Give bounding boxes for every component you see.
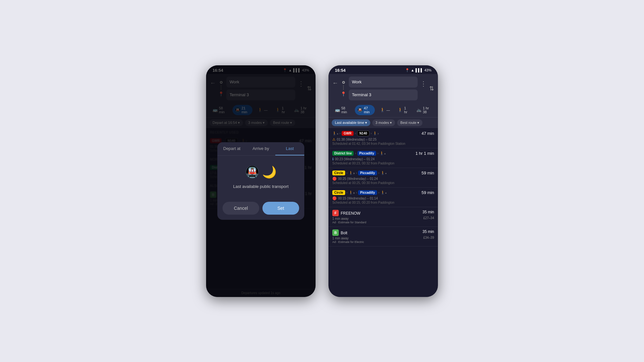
phone-2: 16:54 📍 ▲ ▌▌▌ 43% ← 📍 Work Terminal 3 <box>328 65 438 297</box>
walk-start-1: 🚶₄ <box>332 131 338 135</box>
bolt-ad[interactable]: B Bolt 35 min 1 min away £34–39 Ad · Est… <box>328 227 438 246</box>
freenow-ad[interactable]: F FREENOW 35 min 1 min away £27–34 Ad · … <box>328 207 438 227</box>
time-picker-modal: Depart at Arrive by Last 🚇 🌙 Last availa… <box>217 142 304 220</box>
circle-badge-2: Circle <box>332 190 345 195</box>
moon-icon: 🌙 <box>262 165 277 179</box>
route-duration-3: 59 min <box>421 171 434 175</box>
piccadilly-badge-2: Piccadilly <box>358 171 377 175</box>
bolt-name: Bolt <box>341 231 347 235</box>
status-icons-2: 📍 ▲ ▌▌▌ 43% <box>405 68 431 72</box>
route-scheduled-4: Scheduled at 00:15, 00:20 from Paddingto… <box>332 201 434 204</box>
modal-buttons: Cancel Set <box>217 199 304 220</box>
last-tab[interactable]: Last <box>275 142 304 155</box>
route-item-1[interactable]: 🚶₄ › GWR › N140 › 🚶₇ 47 min ⚠ 01:38 (Wed… <box>328 128 438 148</box>
phone-1: 16:54 📍 ▲ ▌▌▌ 43% ← 📍 Work Terminal 3 <box>206 65 316 297</box>
location-icon-2: 📍 <box>405 68 410 72</box>
alert-icon-3: 🔴 <box>332 177 337 181</box>
origin-input-2[interactable]: Work <box>349 77 418 88</box>
freenow-ad-label: Ad · Estimate for Standard <box>332 221 434 224</box>
walk-end-2: 🚶₄ <box>380 151 385 155</box>
modes-filter-2[interactable]: 3 modes ▾ <box>372 119 395 126</box>
route-line-2 <box>343 85 344 90</box>
transit-icon-2: 🚇 <box>357 107 363 112</box>
arrive-by-tab[interactable]: Arrive by <box>246 142 275 155</box>
bus-icon-2: 🚌 <box>335 107 340 112</box>
circle-badge-1: Circle <box>332 171 345 175</box>
route-indicator-2: 📍 <box>341 77 346 97</box>
route-duration-1: 47 min <box>421 131 434 136</box>
route-item-3[interactable]: Circle › 🚶₃ › Piccadilly › 🚶₄ 59 min 🔴 0… <box>328 168 438 188</box>
mode-bike-2[interactable]: 🚲 1 hr 38 <box>414 105 434 115</box>
dest-pin-2: 📍 <box>341 91 346 97</box>
routes-list-2: 🚶₄ › GWR › N140 › 🚶₇ 47 min ⚠ 01:38 (Wed… <box>328 128 438 297</box>
walk2-icon-2: 🚶 <box>398 107 403 112</box>
more-options-2[interactable]: ⋮ <box>420 77 427 88</box>
swap-button-2[interactable]: ⇅ <box>429 77 434 92</box>
back-button-2[interactable]: ← <box>332 77 338 87</box>
modal-overlay-1: Depart at Arrive by Last 🚇 🌙 Last availa… <box>206 65 316 297</box>
route-scheduled-2: Scheduled at 00:23, 00:32 from Paddingto… <box>332 162 434 165</box>
walk-end-3: 🚶₄ <box>381 171 386 175</box>
modal-content: 🚇 🌙 Last available public transport <box>217 156 304 199</box>
walk-end-1: 🚶₇ <box>373 131 379 135</box>
info-icon-2: ℹ <box>332 157 334 161</box>
bolt-price: £34–39 <box>423 236 434 240</box>
origin-dot-2 <box>342 81 345 84</box>
gwr-badge-2: GWR <box>342 131 353 136</box>
route-item-2[interactable]: District line › Piccadilly › 🚶₄ 1 hr 1 m… <box>328 148 438 168</box>
wifi-icon-2: ▲ <box>411 68 414 72</box>
route-item-4[interactable]: Circle › 🚶₃ › Piccadilly › 🚶₄ 59 min 🔴 0… <box>328 188 438 207</box>
battery-2: 43% <box>424 68 431 72</box>
cancel-button[interactable]: Cancel <box>223 202 259 215</box>
piccadilly-badge-1: Piccadilly <box>357 151 376 156</box>
route-time-range-4: 00:15 (Wednesday) – 01:14 <box>338 197 378 200</box>
walk-icon-2: 🚶 <box>380 107 385 112</box>
time-filter-2[interactable]: Last available time ▾ <box>332 119 370 126</box>
mode-walk2-2[interactable]: 🚶 1 hr <box>395 105 411 115</box>
depart-at-tab[interactable]: Depart at <box>217 142 246 155</box>
mode-transit-2[interactable]: 🚇 47 min <box>355 105 375 115</box>
walk-mid-3: 🚶₃ <box>349 171 355 175</box>
alert-icon-4: 🔴 <box>332 196 337 200</box>
piccadilly-badge-3: Piccadilly <box>358 190 377 195</box>
modal-icon-area: 🚇 🌙 <box>245 165 277 179</box>
freenow-away: 1 min away <box>332 217 349 220</box>
freenow-price: £27–34 <box>423 216 434 220</box>
chevron-down-icon-4: ▾ <box>365 121 367 125</box>
freenow-name: FREENOW <box>341 211 360 216</box>
route-duration-4: 59 min <box>421 190 434 195</box>
modal-tabs: Depart at Arrive by Last <box>217 142 304 156</box>
warn-icon-1: ⚠ <box>332 137 336 142</box>
bike-icon-2: 🚲 <box>416 107 421 112</box>
route-scheduled-1: Scheduled at 01:42, 03:34 from Paddingto… <box>332 142 434 145</box>
search-header-2: ← 📍 Work Terminal 3 ⋮ ⇅ <box>328 74 438 103</box>
chevron-down-icon-5: ▾ <box>390 121 392 125</box>
freenow-duration: 35 min <box>422 210 434 214</box>
route-time-range-1: 01:38 (Wednesday) – 02:25 <box>337 138 376 141</box>
bottom-bar-2 <box>328 297 438 297</box>
status-time-2: 16:54 <box>335 68 346 73</box>
mode-walk-2[interactable]: 🚶 — <box>377 105 393 115</box>
route-duration-2: 1 hr 1 min <box>415 151 434 156</box>
dest-input-2[interactable]: Terminal 3 <box>349 89 418 100</box>
freenow-logo: F <box>332 210 339 216</box>
mode-tabs-2: 🚌 58 min 🚇 47 min 🚶 — 🚶 1 hr 🚲 1 hr 38 <box>328 103 438 117</box>
phone-content-2: ← 📍 Work Terminal 3 ⋮ ⇅ 🚌 58 min <box>328 74 438 297</box>
walk-mid-4: 🚶₃ <box>349 190 355 195</box>
bolt-away: 1 min away <box>332 237 349 240</box>
set-button[interactable]: Set <box>262 202 299 215</box>
mode-bus-2[interactable]: 🚌 58 min <box>332 105 352 115</box>
route-time-range-3: 00:25 (Wednesday) – 01:24 <box>338 177 378 181</box>
status-bar-2: 16:54 📍 ▲ ▌▌▌ 43% <box>328 65 438 74</box>
route-filter-2[interactable]: Best route ▾ <box>397 119 422 126</box>
bolt-duration: 35 min <box>422 229 434 234</box>
signal-icon-2: ▌▌▌ <box>416 68 423 72</box>
route-scheduled-3: Scheduled at 00:25, 00:30 from Paddingto… <box>332 181 434 185</box>
chevron-down-icon-6: ▾ <box>417 121 419 125</box>
train-icon: 🚇 <box>245 165 260 179</box>
filter-bar-2: Last available time ▾ 3 modes ▾ Best rou… <box>328 117 438 128</box>
district-badge-2: District line <box>332 151 354 156</box>
modal-description: Last available public transport <box>233 184 289 189</box>
n140-badge-2: N140 <box>357 131 369 136</box>
route-time-range-2: 00:23 (Wednesday) – 01:24 <box>335 157 374 161</box>
